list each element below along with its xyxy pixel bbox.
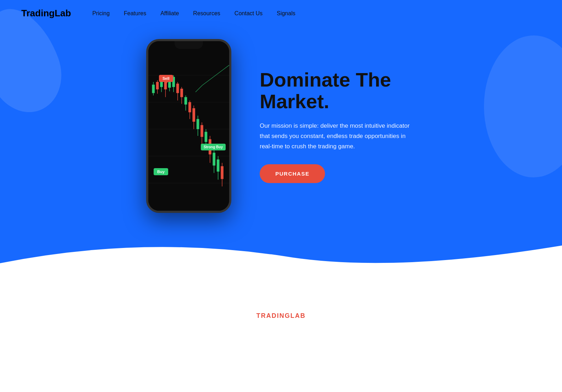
site-logo[interactable]: TradingLab [21, 8, 71, 19]
nav-contact-us[interactable]: Contact Us [235, 10, 263, 16]
svg-rect-22 [184, 97, 187, 105]
svg-rect-32 [205, 132, 208, 142]
phone-notch [175, 41, 203, 49]
hero-content: Sell Strong Buy Buy Dominate The Market.… [0, 0, 562, 248]
phone-mockup: Sell Strong Buy Buy [146, 39, 231, 213]
navbar: TradingLab Pricing Features Affiliate Re… [0, 0, 562, 27]
buy-signal-label: Buy [154, 168, 168, 175]
nav-affiliate[interactable]: Affiliate [160, 10, 179, 16]
svg-rect-8 [156, 82, 159, 89]
phone-screen: Sell Strong Buy Buy [148, 41, 229, 211]
nav-links: Pricing Features Affiliate Resources Con… [92, 10, 295, 17]
footer-brand-label: TRADINGLAB [21, 312, 541, 320]
nav-resources[interactable]: Resources [193, 10, 220, 16]
svg-rect-6 [152, 85, 155, 93]
phone-device: Sell Strong Buy Buy [146, 39, 231, 213]
candlestick-chart [148, 48, 229, 207]
hero-title: Dominate The Market. [260, 69, 416, 112]
nav-features[interactable]: Features [124, 10, 146, 16]
sell-signal-label: Sell [159, 75, 173, 82]
hero-section: Sell Strong Buy Buy Dominate The Market.… [0, 0, 562, 291]
below-hero-section: TRADINGLAB [0, 291, 562, 334]
svg-rect-30 [200, 125, 203, 137]
purchase-button[interactable]: PURCHASE [260, 164, 325, 183]
svg-rect-18 [176, 84, 179, 93]
hero-description: Our mission is simple: deliver the most … [260, 121, 416, 152]
strong-buy-signal-label: Strong Buy [201, 144, 226, 150]
nav-pricing[interactable]: Pricing [92, 10, 110, 16]
svg-rect-20 [180, 89, 183, 97]
svg-rect-24 [188, 102, 191, 112]
svg-rect-36 [213, 153, 215, 166]
svg-rect-28 [197, 119, 199, 129]
hero-text-block: Dominate The Market. Our mission is simp… [260, 69, 416, 183]
svg-rect-40 [221, 166, 224, 179]
svg-rect-26 [192, 108, 195, 122]
svg-rect-38 [217, 160, 220, 172]
nav-signals[interactable]: Signals [277, 10, 295, 16]
svg-rect-14 [168, 81, 171, 88]
